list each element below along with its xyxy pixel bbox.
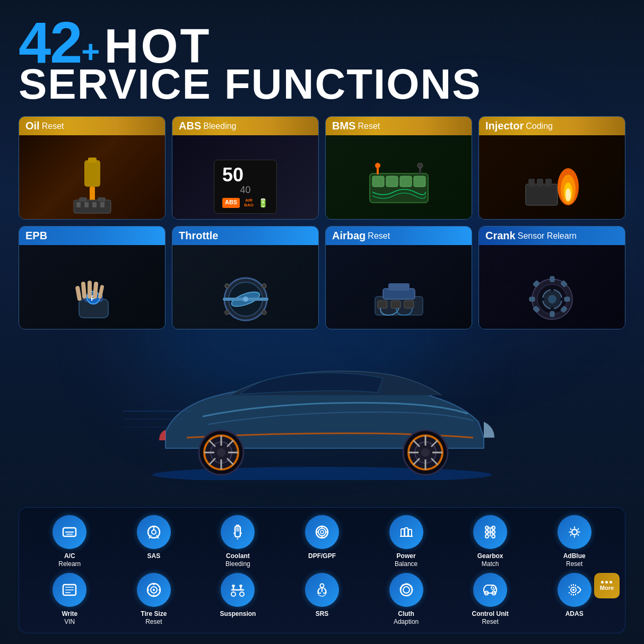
srs-icon-circle — [305, 573, 339, 607]
suspension-bold: Suspension — [220, 610, 256, 617]
clutch-bold: Cluth — [398, 610, 414, 617]
card-image-crank — [479, 245, 625, 329]
power-label: Power Balance — [395, 552, 417, 568]
adblue-icon — [566, 524, 583, 541]
svg-rect-45 — [388, 283, 410, 291]
coolant-icon — [229, 524, 246, 541]
adblue-bold: AdBlue — [563, 552, 586, 560]
svg-point-24 — [565, 188, 571, 201]
adas-label: ADAS — [565, 610, 584, 617]
header: 42 + HOT SERVICE FUNCTIONS — [19, 16, 625, 106]
srs-icon — [314, 581, 330, 598]
svg-rect-12 — [386, 176, 398, 187]
coolant-bold: Coolant — [226, 552, 250, 560]
dash-speed: 50 — [222, 166, 243, 185]
vin-light: VIN — [62, 618, 77, 625]
car-section — [19, 336, 625, 507]
more-label: More — [600, 585, 614, 591]
ac-icon — [61, 524, 78, 541]
card-title-light-injector: Coding — [526, 121, 553, 131]
top-cards-row1: Oil Reset — [19, 116, 625, 220]
card-header-bms: BMS Reset — [326, 117, 472, 135]
card-title-light-crank: Sensor Relearn — [518, 231, 577, 241]
card-title-bold-abs: ABS — [179, 120, 201, 132]
card-image-abs: 50 40 ABS AIR BAG 🔋 — [172, 135, 318, 220]
icon-control-unit-reset[interactable]: Control Unit Reset — [450, 573, 530, 625]
svg-rect-13 — [400, 176, 412, 187]
card-header-airbag: Airbag Reset — [326, 227, 472, 245]
adblue-label: AdBlue Reset — [563, 552, 586, 568]
throttle-image-svg — [216, 270, 275, 323]
svg-rect-31 — [88, 281, 92, 299]
svg-point-41 — [225, 310, 229, 315]
svg-rect-114 — [405, 528, 408, 536]
svg-rect-8 — [92, 202, 97, 207]
svg-rect-33 — [98, 284, 104, 299]
sas-label: SAS — [147, 552, 161, 560]
icon-gearbox-match[interactable]: Gearbox Match — [450, 515, 530, 568]
svg-rect-11 — [372, 176, 384, 187]
ecu-label: Control Unit Reset — [472, 610, 508, 625]
icon-write-vin[interactable]: Write VIN — [30, 573, 110, 625]
svg-rect-103 — [236, 527, 239, 532]
dot2 — [605, 581, 608, 584]
svg-point-149 — [493, 587, 494, 589]
card-title-light-airbag: Reset — [368, 231, 390, 241]
svg-point-40 — [262, 284, 266, 288]
gearbox-label: Gearbox Match — [477, 552, 503, 568]
adblue-icon-circle — [558, 515, 591, 549]
svg-point-39 — [225, 284, 229, 288]
svg-rect-51 — [550, 276, 554, 282]
card-header-abs: ABS Bleeding — [172, 117, 318, 135]
suspension-icon-circle — [221, 573, 255, 607]
power-icon-circle — [389, 515, 423, 549]
gearbox-light: Match — [477, 560, 503, 568]
svg-point-60 — [548, 295, 556, 303]
svg-rect-1 — [88, 158, 97, 163]
icon-tire-size-reset[interactable]: Tire Size Reset — [114, 573, 194, 625]
icon-adas[interactable]: ADAS — [558, 573, 591, 617]
icon-power-balance[interactable]: Power Balance — [366, 515, 446, 568]
svg-point-81 — [421, 448, 430, 457]
svg-rect-6 — [76, 202, 81, 207]
icon-clutch-adaption[interactable]: Cluth Adaption — [366, 573, 446, 625]
srs-bold: SRS — [316, 610, 329, 617]
svg-point-63 — [541, 298, 544, 301]
more-button[interactable]: More — [594, 573, 620, 598]
airbag-image-svg — [370, 270, 428, 323]
gearbox-icon — [482, 524, 499, 541]
card-image-epb: P — [19, 245, 165, 329]
top-cards-row2: EPB P — [19, 226, 625, 329]
icon-suspension[interactable]: Suspension — [198, 573, 278, 625]
bottom-icons-row1: A/C Relearn SAS — [30, 515, 614, 568]
icon-ac-relearn[interactable]: A/C Relearn — [30, 515, 110, 568]
svg-point-38 — [243, 297, 248, 302]
svg-rect-7 — [84, 202, 89, 207]
svg-point-42 — [262, 310, 266, 315]
power-icon — [398, 524, 415, 541]
svg-rect-20 — [545, 179, 552, 187]
dot3 — [610, 581, 612, 584]
tire-label: Tire Size Reset — [141, 610, 167, 625]
card-header-crank: Crank Sensor Relearn — [479, 227, 625, 245]
service-functions-title: SERVICE FUNCTIONS — [19, 63, 625, 106]
svg-rect-48 — [404, 301, 414, 308]
svg-point-108 — [320, 530, 324, 534]
clutch-icon-circle — [389, 573, 423, 607]
card-abs-bleeding: ABS Bleeding 50 40 ABS AIR BAG 🔋 — [172, 116, 319, 220]
bms-image-svg — [367, 163, 431, 211]
icon-sas[interactable]: SAS — [114, 515, 194, 568]
icon-coolant-bleeding[interactable]: Coolant Bleeding — [198, 515, 278, 568]
dash-icons: ABS AIR BAG 🔋 — [222, 198, 268, 208]
card-title-bold-epb: EPB — [25, 230, 47, 242]
vin-icon-circle — [53, 573, 86, 607]
icon-adblue-reset[interactable]: AdBlue Reset — [534, 515, 614, 568]
svg-point-145 — [403, 587, 410, 593]
card-header-throttle: Throttle — [172, 227, 318, 245]
coolant-icon-circle — [221, 515, 255, 549]
card-title-light-abs: Bleeding — [203, 121, 236, 131]
air-label: AIR — [245, 198, 253, 203]
icon-srs[interactable]: SRS — [282, 573, 362, 625]
icon-dpf-gpf[interactable]: DPF/GPF — [282, 515, 362, 568]
abs-dashboard: 50 40 ABS AIR BAG 🔋 — [214, 160, 277, 214]
